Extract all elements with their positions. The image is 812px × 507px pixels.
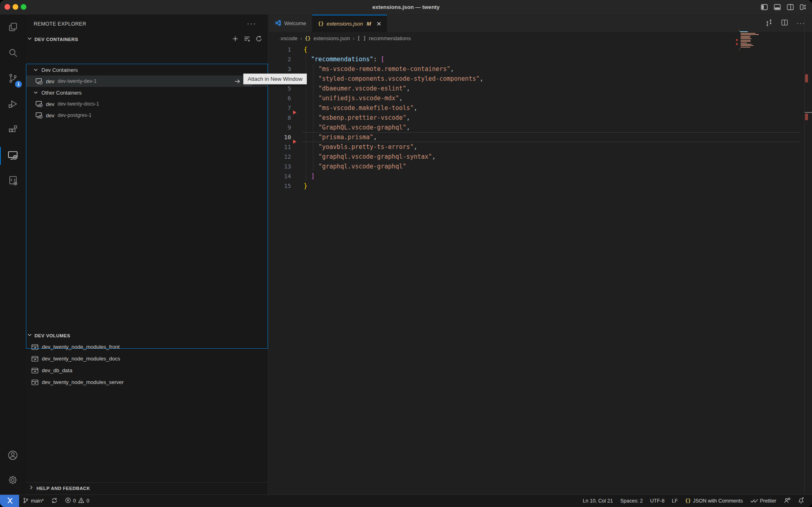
tooltip-attach-in-new-window: Attach in New Window	[243, 73, 307, 84]
volume-item-dev_twenty_node_modules_front[interactable]: dev_twenty_node_modules_front	[26, 341, 268, 353]
breadcrumb-segment[interactable]: .vscode	[279, 35, 298, 41]
toggle-sidebar-icon[interactable]	[761, 4, 768, 10]
status-cursor-position[interactable]: Ln 10, Col 21	[579, 495, 616, 507]
line-number: 12	[269, 152, 291, 162]
minimap-line	[740, 31, 748, 32]
code-text: "ms-vscode.makefile-tools",	[304, 103, 417, 113]
volume-item-dev_db_data[interactable]: dev_db_data	[26, 365, 268, 376]
ruler-cursor-mark	[805, 112, 812, 113]
toggle-panel-icon[interactable]	[774, 4, 781, 10]
container-item-dev-twenty-docs-1[interactable]: devdev-twenty-docs-1	[26, 98, 268, 110]
minimap-line	[740, 48, 740, 49]
status-eol[interactable]: LF	[668, 495, 682, 507]
customize-layout-icon[interactable]	[800, 4, 806, 10]
toggle-secondary-sidebar-icon[interactable]	[787, 4, 794, 10]
tree-group-dev-containers[interactable]: Dev Containers	[26, 64, 268, 76]
activity-bar-remote-explorer[interactable]	[0, 144, 26, 168]
code-text: }	[304, 181, 307, 191]
activity-bar-run-debug[interactable]	[0, 93, 26, 117]
activity-bar-extensions[interactable]	[0, 119, 26, 142]
section-actions	[232, 35, 262, 44]
code-line-3: 3 "ms-vscode-remote.remote-containers",	[269, 64, 812, 74]
activity-bar-dev-containers[interactable]	[0, 170, 26, 193]
gutter-marker-icon[interactable]	[293, 110, 296, 114]
activity-bar-explorer[interactable]	[0, 16, 26, 40]
minimap-line	[741, 36, 751, 37]
minimap-line	[741, 33, 756, 34]
volume-label: dev_db_data	[42, 367, 72, 373]
container-item-dev-twenty-dev-1[interactable]: devdev-twenty-dev-1	[26, 76, 268, 87]
code-text: {	[304, 45, 307, 54]
split-editor-icon[interactable]	[781, 19, 788, 28]
code-line-9: 9 "GraphQL.vscode-graphql",	[269, 123, 812, 132]
extensions-icon	[8, 124, 18, 136]
volume-item-dev_twenty_node_modules_server[interactable]: dev_twenty_node_modules_server	[26, 376, 268, 388]
status-label: main*	[31, 498, 44, 504]
status-bar: main*00 Ln 10, Col 21Spaces: 2UTF-8LF{}J…	[0, 494, 812, 507]
status-label: JSON with Comments	[693, 498, 743, 504]
sidebar-title: REMOTE EXPLORER	[34, 21, 86, 27]
accounts-icon	[7, 450, 18, 462]
chevron-down-icon	[32, 89, 39, 96]
array-symbol-icon: [ ]	[357, 36, 366, 41]
status-formatter[interactable]: Prettier	[747, 495, 780, 507]
attach-container-button[interactable]	[233, 77, 242, 86]
tab-extensions-json[interactable]: {}extensions.jsonM✕	[312, 15, 387, 32]
breadcrumb: .vscode›{}extensions.json›[ ]recommendat…	[269, 32, 812, 45]
tree-group-label: Other Containers	[41, 90, 82, 96]
volume-label: dev_twenty_node_modules_docs	[42, 356, 120, 362]
dev-volumes-section-header[interactable]: DEV VOLUMES	[26, 330, 268, 341]
status-sync[interactable]	[48, 495, 61, 507]
code-line-15: 15}	[269, 181, 812, 191]
code-editor[interactable]: 1{2 "recommendations": [3 "ms-vscode-rem…	[269, 45, 812, 494]
activity-bar-source-control[interactable]: 1	[0, 67, 26, 91]
container-name: dev	[46, 101, 54, 107]
status-indentation[interactable]: Spaces: 2	[617, 495, 647, 507]
sidebar-more-actions-icon[interactable]: ···	[247, 19, 257, 28]
refresh-icon[interactable]	[255, 35, 262, 44]
volume-item-dev_twenty_node_modules_docs[interactable]: dev_twenty_node_modules_docs	[26, 353, 268, 365]
breadcrumb-separator: ›	[353, 36, 354, 41]
sync-icon	[51, 497, 58, 505]
open-changes-icon[interactable]	[765, 19, 773, 28]
volume-icon	[31, 379, 39, 386]
tab-label: extensions.json	[326, 21, 363, 27]
line-number: 10	[269, 132, 291, 142]
gutter-marker-icon[interactable]	[293, 140, 296, 144]
status-encoding[interactable]: UTF-8	[646, 495, 668, 507]
activity-bar-accounts[interactable]	[0, 444, 26, 468]
breadcrumb-separator: ›	[300, 36, 302, 41]
sidebar-header: REMOTE EXPLORER ···	[26, 15, 268, 33]
container-name: dev	[46, 78, 54, 84]
status-remote-indicator[interactable]	[0, 495, 19, 507]
tab-welcome[interactable]: Welcome	[269, 15, 312, 32]
sidebar-remote-explorer: REMOTE EXPLORER ··· DEV CONTAINERS Dev C…	[26, 15, 268, 494]
status-language-mode[interactable]: {}JSON with Comments	[681, 495, 746, 507]
double-check-icon	[750, 498, 758, 505]
status-label: 0	[73, 498, 76, 504]
titlebar-layout-controls	[761, 0, 806, 14]
activity-bar-settings[interactable]	[0, 469, 26, 492]
container-item-dev-postgres-1[interactable]: devdev-postgres-1	[26, 110, 268, 121]
dev-containers-section-header[interactable]: DEV CONTAINERS	[26, 34, 268, 45]
status-problems[interactable]: 00	[61, 495, 93, 507]
status-feedback[interactable]	[780, 495, 794, 507]
tree-group-other-containers[interactable]: Other Containers	[26, 87, 268, 98]
breadcrumb-segment[interactable]: recommendations	[369, 35, 411, 41]
overview-ruler	[804, 15, 812, 494]
run-debug-icon	[8, 99, 18, 111]
minimap[interactable]	[739, 30, 767, 51]
activity-bar-search[interactable]	[0, 42, 26, 65]
close-tab-icon[interactable]: ✕	[376, 21, 382, 27]
new-dev-container-icon[interactable]	[232, 35, 239, 44]
status-git-branch[interactable]: main*	[19, 495, 48, 507]
help-and-feedback-section-header[interactable]: HELP AND FEEDBACK	[26, 482, 268, 494]
code-line-10: 10 "prisma.prisma",	[269, 132, 812, 142]
breadcrumb-segment[interactable]: extensions.json	[313, 35, 350, 41]
code-text: "graphql.vscode-graphql"	[304, 162, 406, 171]
filter-clear-icon[interactable]	[244, 35, 251, 44]
status-label: UTF-8	[650, 498, 664, 504]
container-description: dev-twenty-docs-1	[58, 101, 99, 107]
status-notifications[interactable]	[794, 495, 808, 507]
code-text: "GraphQL.vscode-graphql",	[304, 123, 410, 132]
